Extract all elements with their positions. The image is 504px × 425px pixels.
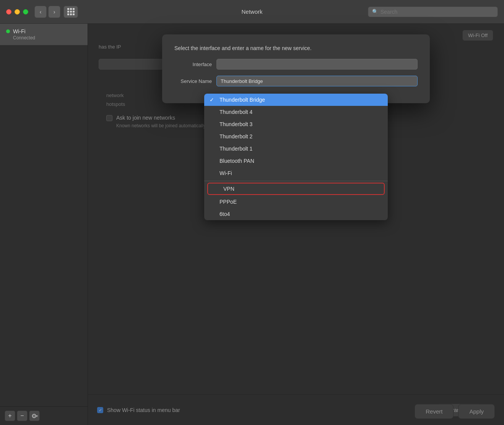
window-title: Network: [241, 8, 262, 15]
sidebar-bottom: + − ⚙ ▾: [0, 406, 88, 425]
interface-row: Interface: [174, 59, 418, 70]
dropdown-item-vpn[interactable]: VPN: [207, 183, 385, 195]
content-panel: Wi-Fi Off has the IP ⌃⌄ network hotspots…: [88, 24, 504, 425]
maximize-button[interactable]: [23, 9, 28, 15]
traffic-lights: [6, 9, 28, 15]
dropdown-item-thunderbolt-2[interactable]: Thunderbolt 2: [204, 130, 388, 143]
search-icon: 🔍: [372, 9, 378, 15]
back-button[interactable]: ‹: [34, 6, 47, 18]
sidebar-wifi-status: Connected: [6, 35, 81, 41]
close-button[interactable]: [6, 9, 11, 15]
interface-label: Interface: [174, 62, 216, 67]
dropdown-item-pppoe[interactable]: PPPoE: [204, 196, 388, 208]
search-bar[interactable]: 🔍: [368, 6, 498, 17]
sidebar: Wi-Fi Connected + − ⚙ ▾: [0, 24, 88, 425]
dropdown-item-thunderbolt-4[interactable]: Thunderbolt 4: [204, 106, 388, 118]
grid-icon: [67, 8, 75, 15]
dropdown-item-thunderbolt-3[interactable]: Thunderbolt 3: [204, 118, 388, 130]
search-input[interactable]: [380, 9, 494, 15]
checkmark-icon: ✓: [210, 97, 214, 103]
gear-menu-button[interactable]: ⚙ ▾: [29, 410, 40, 421]
dropdown-item-wifi[interactable]: Wi-Fi: [204, 167, 388, 179]
titlebar: ‹ › Network 🔍: [0, 0, 504, 24]
nav-buttons: ‹ ›: [34, 6, 60, 18]
add-service-button[interactable]: +: [5, 410, 15, 421]
remove-service-button[interactable]: −: [17, 410, 28, 421]
interface-dropdown-menu: ✓ Thunderbolt Bridge Thunderbolt 4 Thund…: [204, 94, 388, 220]
dropdown-separator: [204, 181, 388, 181]
dropdown-item-thunderbolt-bridge[interactable]: ✓ Thunderbolt Bridge: [204, 94, 388, 106]
interface-dropdown[interactable]: [216, 59, 418, 70]
dialog-title: Select the interface and enter a name fo…: [174, 45, 418, 51]
dropdown-item-thunderbolt-1[interactable]: Thunderbolt 1: [204, 143, 388, 155]
service-name-label: Service Name: [174, 78, 216, 84]
chevron-down-icon: ▾: [36, 414, 38, 418]
sidebar-wifi-name: Wi-Fi: [6, 28, 81, 34]
forward-button[interactable]: ›: [48, 6, 60, 18]
status-dot: [6, 29, 10, 33]
service-name-input[interactable]: [216, 76, 418, 86]
main-area: Wi-Fi Connected + − ⚙ ▾ Wi-Fi Off has th…: [0, 24, 504, 425]
service-name-row: Service Name: [174, 76, 418, 86]
dropdown-item-6to4[interactable]: 6to4: [204, 208, 388, 220]
minimize-button[interactable]: [15, 9, 20, 15]
grid-view-button[interactable]: [63, 6, 78, 18]
dropdown-item-bluetooth-pan[interactable]: Bluetooth PAN: [204, 155, 388, 167]
sidebar-item-wifi[interactable]: Wi-Fi Connected: [0, 24, 88, 45]
new-service-dialog: Select the interface and enter a name fo…: [162, 34, 430, 103]
